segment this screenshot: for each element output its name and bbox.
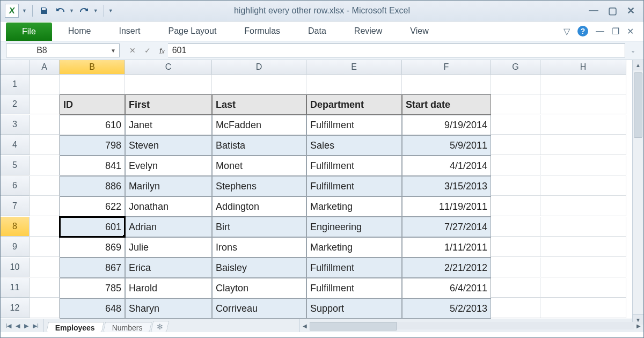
cell-D11[interactable]: Clayton	[212, 278, 306, 298]
name-box[interactable]: B8 ▼	[6, 43, 120, 57]
cell-F12[interactable]: 5/2/2013	[402, 298, 491, 319]
cell-H12[interactable]	[540, 298, 626, 318]
workbook-restore-button[interactable]: ❐	[612, 26, 619, 36]
cell-D1[interactable]	[212, 75, 306, 94]
new-sheet-button[interactable]: ✻	[151, 321, 169, 332]
enter-formula-button[interactable]: ✓	[141, 44, 154, 57]
row-header-5[interactable]: 5	[1, 156, 30, 175]
grid[interactable]: ABCDEFGH12IDFirstLastDepartmentStart dat…	[1, 60, 643, 319]
cell-C6[interactable]: Marilyn	[125, 176, 212, 196]
cell-A3[interactable]	[30, 115, 60, 135]
cell-D6[interactable]: Stephens	[212, 176, 306, 196]
table-header[interactable]: First	[125, 94, 212, 115]
column-header-F[interactable]: F	[402, 60, 491, 75]
formula-bar[interactable]: 601	[168, 43, 625, 57]
ribbon-minimize-icon[interactable]: ▽	[564, 26, 570, 36]
row-header-3[interactable]: 3	[1, 115, 30, 135]
sheet-tab-employees[interactable]: Employees	[46, 322, 104, 332]
row-header-1[interactable]: 1	[1, 75, 30, 94]
cell-E5[interactable]: Fulfillment	[306, 156, 402, 176]
cell-F4[interactable]: 5/9/2011	[402, 135, 491, 156]
sheet-tab-numbers[interactable]: Numbers	[103, 322, 152, 332]
cell-E4[interactable]: Sales	[306, 135, 402, 156]
cell-E10[interactable]: Fulfillment	[306, 258, 402, 278]
cell-G7[interactable]	[491, 196, 540, 216]
tab-home[interactable]: Home	[54, 21, 105, 41]
table-header[interactable]: Start date	[402, 94, 491, 115]
cell-G10[interactable]	[491, 258, 540, 277]
cell-A8[interactable]	[30, 217, 60, 237]
tab-nav-prev[interactable]: ◀	[14, 322, 21, 329]
cell-G9[interactable]	[491, 237, 540, 257]
cell-E9[interactable]: Marketing	[306, 237, 402, 258]
column-header-H[interactable]: H	[540, 60, 626, 75]
cell-D7[interactable]: Addington	[212, 196, 306, 217]
cell-F11[interactable]: 6/4/2011	[402, 278, 491, 298]
select-all-corner[interactable]	[1, 60, 30, 75]
cell-E8[interactable]: Engineering	[306, 217, 402, 237]
cell-A11[interactable]	[30, 278, 60, 298]
hscroll-thumb[interactable]	[310, 322, 397, 330]
cell-A9[interactable]	[30, 237, 60, 257]
fx-icon[interactable]: fx	[159, 46, 165, 55]
tab-view[interactable]: View	[396, 21, 442, 41]
cell-F6[interactable]: 3/15/2013	[402, 176, 491, 196]
cell-H6[interactable]	[540, 176, 626, 196]
table-header[interactable]: ID	[60, 94, 125, 115]
vscroll-thumb[interactable]	[634, 72, 642, 138]
cell-H8[interactable]	[540, 217, 626, 237]
row-header-7[interactable]: 7	[1, 196, 30, 216]
cell-C5[interactable]: Evelyn	[125, 156, 212, 176]
cell-B9[interactable]: 869	[60, 237, 125, 258]
cell-C12[interactable]: Sharyn	[125, 298, 212, 319]
cell-B6[interactable]: 886	[60, 176, 125, 196]
cell-D10[interactable]: Baisley	[212, 258, 306, 278]
cancel-formula-button[interactable]: ✕	[126, 44, 139, 57]
scroll-left-button[interactable]: ◀	[300, 323, 310, 329]
table-header[interactable]: Department	[306, 94, 402, 115]
cell-F5[interactable]: 4/1/2014	[402, 156, 491, 176]
cell-G12[interactable]	[491, 298, 540, 318]
cell-G5[interactable]	[491, 156, 540, 175]
row-header-2[interactable]: 2	[1, 94, 30, 114]
cell-H2[interactable]	[540, 94, 626, 114]
cell-B12[interactable]: 648	[60, 298, 125, 319]
cell-C11[interactable]: Harold	[125, 278, 212, 298]
cell-D5[interactable]: Monet	[212, 156, 306, 176]
cell-H11[interactable]	[540, 278, 626, 298]
cell-B5[interactable]: 841	[60, 156, 125, 176]
cell-G3[interactable]	[491, 115, 540, 135]
tab-nav-last[interactable]: ▶I	[31, 322, 40, 329]
cell-D9[interactable]: Irons	[212, 237, 306, 258]
column-header-E[interactable]: E	[306, 60, 402, 75]
row-header-8[interactable]: 8	[1, 217, 30, 237]
cell-G1[interactable]	[491, 75, 540, 94]
hscroll-track[interactable]	[310, 322, 634, 329]
row-header-6[interactable]: 6	[1, 176, 30, 196]
workbook-close-button[interactable]: ✕	[627, 26, 634, 36]
cell-F8[interactable]: 7/27/2014	[402, 217, 491, 237]
cell-D3[interactable]: McFadden	[212, 115, 306, 135]
cell-B1[interactable]	[60, 75, 125, 94]
cell-C4[interactable]: Steven	[125, 135, 212, 156]
cell-B7[interactable]: 622	[60, 196, 125, 217]
cell-B11[interactable]: 785	[60, 278, 125, 298]
customize-qat-icon[interactable]: ▼	[108, 8, 113, 13]
save-button[interactable]	[38, 5, 50, 17]
cell-A2[interactable]	[30, 94, 60, 114]
cell-C8[interactable]: Adrian	[125, 217, 212, 237]
cell-A6[interactable]	[30, 176, 60, 196]
column-header-A[interactable]: A	[30, 60, 60, 75]
cell-F3[interactable]: 9/19/2014	[402, 115, 491, 135]
cell-C10[interactable]: Erica	[125, 258, 212, 278]
cell-H3[interactable]	[540, 115, 626, 135]
vertical-scrollbar[interactable]: ▲ ▼	[632, 60, 643, 325]
cell-E7[interactable]: Marketing	[306, 196, 402, 217]
cell-F10[interactable]: 2/21/2012	[402, 258, 491, 278]
scroll-up-button[interactable]: ▲	[633, 60, 643, 70]
cell-B4[interactable]: 798	[60, 135, 125, 156]
app-menu-button[interactable]: X	[5, 4, 19, 18]
minimize-button[interactable]: —	[589, 5, 598, 17]
cell-E11[interactable]: Fulfillment	[306, 278, 402, 298]
tab-nav-next[interactable]: ▶	[23, 322, 30, 329]
